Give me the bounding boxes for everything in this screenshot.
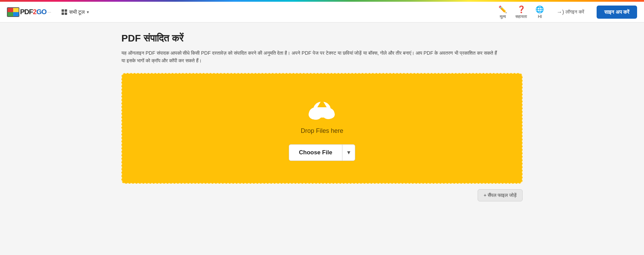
drop-zone[interactable]: Drop Files here Choose File ▾: [121, 73, 523, 184]
page-title: PDF संपादित करें: [121, 33, 523, 44]
help-icon: ❓: [517, 5, 526, 13]
choose-file-dropdown-icon[interactable]: ▾: [342, 145, 355, 160]
sample-file-button[interactable]: + सैंपल फाइल जोड़ें: [478, 189, 523, 201]
login-arrow-icon: →): [556, 9, 564, 15]
chevron-down-icon: ▾: [87, 10, 89, 15]
nav-item-help[interactable]: ❓ सहायता: [515, 5, 527, 19]
login-label: लॉगइन करें: [565, 9, 584, 15]
sample-file-label: + सैंपल फाइल जोड़ें: [484, 192, 517, 198]
logo-box-icon: [7, 7, 19, 17]
cloud-upload-icon: [306, 96, 338, 122]
logo[interactable]: PDF2GO ···: [7, 7, 51, 17]
logo-dots: ···: [47, 9, 51, 15]
globe-icon: 🌐: [535, 5, 544, 13]
page-description: यह ऑनलाइन PDF संपादक आपको सीधे किसी PDF …: [121, 49, 502, 65]
nav-pricing-label: मूल्य: [500, 14, 506, 19]
all-tools-button[interactable]: सभी टूल ▾: [58, 7, 92, 17]
svg-rect-5: [318, 108, 326, 117]
choose-file-button[interactable]: Choose File ▾: [289, 144, 355, 161]
all-tools-label: सभी टूल: [69, 9, 85, 15]
svg-point-4: [325, 110, 335, 119]
logo-text: PDF2GO: [20, 8, 46, 16]
drop-text: Drop Files here: [301, 127, 343, 135]
page-title-prefix: PDF: [121, 33, 144, 44]
main-content: PDF संपादित करें यह ऑनलाइन PDF संपादक आप…: [114, 22, 530, 212]
nav-item-pricing[interactable]: ✏️ मूल्य: [498, 5, 507, 19]
nav-help-label: सहायता: [515, 14, 527, 19]
login-button[interactable]: →) लॉगइन करें: [552, 7, 588, 17]
grid-icon: [62, 9, 67, 15]
page-title-bold: संपादित करें: [144, 33, 183, 44]
nav-language-label: HI: [538, 14, 542, 19]
header-right: ✏️ मूल्य ❓ सहायता 🌐 HI →) लॉगइन करें साइ…: [498, 5, 637, 19]
pencil-icon: ✏️: [498, 5, 507, 13]
sample-file-row: + सैंपल फाइल जोड़ें: [121, 189, 523, 201]
header-left: PDF2GO ··· सभी टूल ▾: [7, 7, 92, 17]
nav-item-language[interactable]: 🌐 HI: [535, 5, 544, 19]
svg-point-3: [309, 109, 320, 119]
choose-file-label: Choose File: [289, 145, 342, 160]
signup-button[interactable]: साइन अप करें: [597, 6, 637, 19]
header: PDF2GO ··· सभी टूल ▾ ✏️ मूल्य ❓ सहायता: [0, 2, 644, 22]
